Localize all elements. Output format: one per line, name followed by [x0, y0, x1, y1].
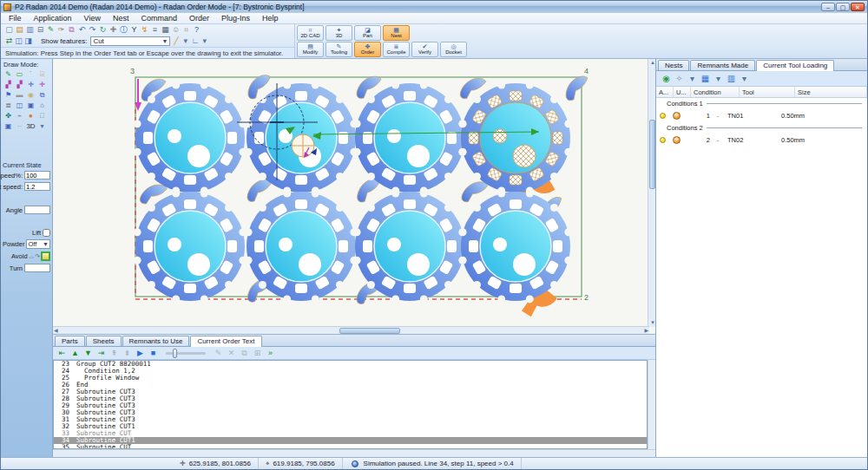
pattern-grid2-icon[interactable]: ▞ — [14, 80, 25, 90]
cut-speed-input[interactable] — [24, 182, 50, 191]
help-icon[interactable]: ? — [192, 25, 201, 35]
show-features-select[interactable]: Cut ▼ — [90, 36, 170, 46]
condition-icon[interactable] — [673, 112, 681, 120]
drawing-canvas[interactable]: 3 4 2 — [53, 59, 655, 335]
2d-cad-button[interactable]: ⌗2D CAD — [297, 25, 324, 41]
bulb-icon[interactable] — [660, 137, 666, 143]
snap-icon[interactable]: ✤ — [3, 111, 14, 121]
menu-view[interactable]: View — [78, 14, 107, 23]
modify-button[interactable]: ▤Modify — [297, 42, 324, 57]
order-line[interactable]: 23Group CUT2 88200011 — [54, 361, 647, 368]
order-line[interactable]: 32Subroutine CUT1 — [54, 423, 647, 430]
key-icon[interactable]: ✑ — [56, 25, 66, 35]
copy-sheet-icon[interactable]: ⧉ — [36, 90, 48, 101]
order-line[interactable]: 35Subroutine CUT — [54, 444, 647, 449]
flag-icon[interactable]: ⚑ — [3, 90, 14, 101]
pattern-grid-icon[interactable]: ▞ — [3, 80, 14, 90]
avoid-loop-icon[interactable]: ↷ — [35, 253, 40, 260]
scrollbar-thumb[interactable] — [649, 120, 655, 189]
menu-help[interactable]: Help — [256, 14, 285, 23]
layers-icon[interactable]: ≣ — [3, 101, 14, 111]
tab-remnants-made[interactable]: Remnants Made — [690, 60, 755, 70]
pen-style-icon[interactable]: ╱ — [171, 36, 181, 46]
order-line[interactable]: 27Subroutine CUT3 — [54, 388, 647, 395]
menu-order[interactable]: Order — [183, 14, 215, 23]
window-icon[interactable]: ◫ — [14, 101, 25, 111]
maximize-button[interactable]: ▢ — [836, 3, 850, 11]
tab-nests[interactable]: Nests — [658, 60, 689, 70]
disc-icon[interactable]: ◉ — [25, 90, 36, 101]
menu-command[interactable]: Command — [135, 14, 183, 23]
close-button[interactable]: ✕ — [851, 3, 865, 11]
door-icon[interactable]: ⎕ — [36, 111, 48, 121]
tool-row[interactable]: 1-TN010.50mm — [656, 108, 867, 122]
swap-view-icon[interactable]: ⇄ — [4, 36, 14, 46]
dropdown-caret-icon[interactable]: ▾ — [36, 121, 48, 132]
point-icon[interactable]: ˙ — [25, 69, 36, 80]
delete-icon[interactable]: ✕ — [226, 349, 237, 358]
list-view-icon[interactable]: ▥ — [727, 74, 736, 83]
condition-group-header[interactable]: Conditions 1 — [656, 98, 867, 108]
new-icon[interactable]: ▢ — [4, 25, 14, 35]
grid-icon[interactable]: ▦ — [161, 25, 170, 35]
play-icon[interactable]: ▶ — [135, 349, 146, 358]
skip-forward-icon[interactable]: ⇟ — [122, 349, 133, 358]
dropdown-caret-icon[interactable]: ▾ — [200, 36, 209, 46]
step-down-icon[interactable]: ▼ — [82, 349, 94, 358]
view-3d-icon[interactable]: 3D — [25, 121, 36, 132]
order-line[interactable]: 28Subroutine CUT3 — [54, 395, 647, 402]
nest-drawing[interactable]: 3 4 2 — [53, 59, 649, 327]
window2-icon[interactable]: ▣ — [25, 101, 36, 111]
order-line[interactable]: 26End — [54, 382, 647, 388]
bulb-icon[interactable] — [660, 113, 666, 119]
menu-application[interactable]: Application — [28, 14, 78, 23]
copy-line-icon[interactable]: ⧉ — [239, 349, 250, 358]
menu-plug-ins[interactable]: Plug-Ins — [215, 14, 256, 23]
insert-icon[interactable]: ⊞ — [252, 349, 263, 358]
turn-input[interactable] — [24, 264, 50, 272]
orange-dot-icon[interactable]: ● — [25, 111, 36, 121]
copy-icon[interactable]: ⧉ — [67, 25, 76, 35]
lightning-icon[interactable]: ↯ — [140, 25, 149, 35]
dropdown-caret-icon[interactable]: ▾ — [740, 74, 749, 83]
scrollbar-thumb[interactable] — [339, 328, 400, 334]
dropdown-caret-icon[interactable]: ▾ — [181, 36, 190, 46]
order-line-selected[interactable]: 34Subroutine CUT1 — [54, 437, 647, 444]
order-line[interactable]: 29Subroutine CUT3 — [54, 402, 647, 409]
avoid-active-button[interactable] — [41, 251, 50, 261]
view-box-icon[interactable]: ▣ — [3, 121, 14, 132]
stop-icon[interactable]: ■ — [148, 349, 159, 358]
list-icon[interactable]: ≡ — [150, 25, 160, 35]
split-right-icon[interactable]: ◨ — [23, 36, 33, 46]
table-view-icon[interactable]: ▦ — [700, 74, 710, 83]
wire-icon[interactable]: ⌁ — [14, 111, 25, 121]
home-icon[interactable]: ⌂ — [36, 101, 48, 111]
tab-remnants-to-use[interactable]: Remnants to Use — [122, 336, 190, 346]
speed-input[interactable] — [24, 171, 50, 180]
docket-button[interactable]: ◎Docket — [440, 42, 467, 57]
wand-icon[interactable]: ✧ — [674, 74, 684, 83]
tool-row[interactable]: 2-TN020.50mm — [656, 133, 867, 147]
angle-input[interactable] — [24, 206, 50, 214]
run-from-start-icon[interactable]: ⇤ — [56, 349, 68, 358]
move-part-icon[interactable]: ✛ — [36, 80, 48, 90]
draw-pencil-icon[interactable]: ✎ — [3, 69, 14, 80]
dropdown-caret-icon[interactable]: ▾ — [687, 74, 697, 83]
dots-icon[interactable]: ·· — [14, 121, 25, 132]
condition-icon[interactable] — [673, 136, 681, 144]
compile-button[interactable]: ≣Compile — [383, 42, 410, 57]
simulation-speed-slider[interactable] — [166, 352, 206, 355]
tab-current-tool-loading[interactable]: Current Tool Loading — [756, 60, 834, 71]
nest-button[interactable]: ▦Nest — [383, 25, 410, 41]
order-line[interactable]: 25 Profile Window — [54, 375, 647, 382]
simulate-icon[interactable]: ◉ — [661, 74, 671, 83]
order-horizontal-scrollbar[interactable] — [53, 449, 655, 457]
redo-icon[interactable]: ↷ — [88, 25, 97, 35]
canvas-horizontal-scrollbar[interactable]: ◀ ▶ — [53, 326, 649, 334]
part-button[interactable]: ◪Part — [354, 25, 381, 41]
powder-select[interactable]: Off ▼ — [26, 239, 50, 249]
order-line[interactable]: 33Subroutine CUT — [54, 430, 647, 437]
order-line[interactable]: 31Subroutine CUT3 — [54, 416, 647, 423]
dropdown-caret-icon[interactable]: ▾ — [713, 74, 723, 83]
tab-current-order-text[interactable]: Current Order Text — [190, 336, 261, 347]
